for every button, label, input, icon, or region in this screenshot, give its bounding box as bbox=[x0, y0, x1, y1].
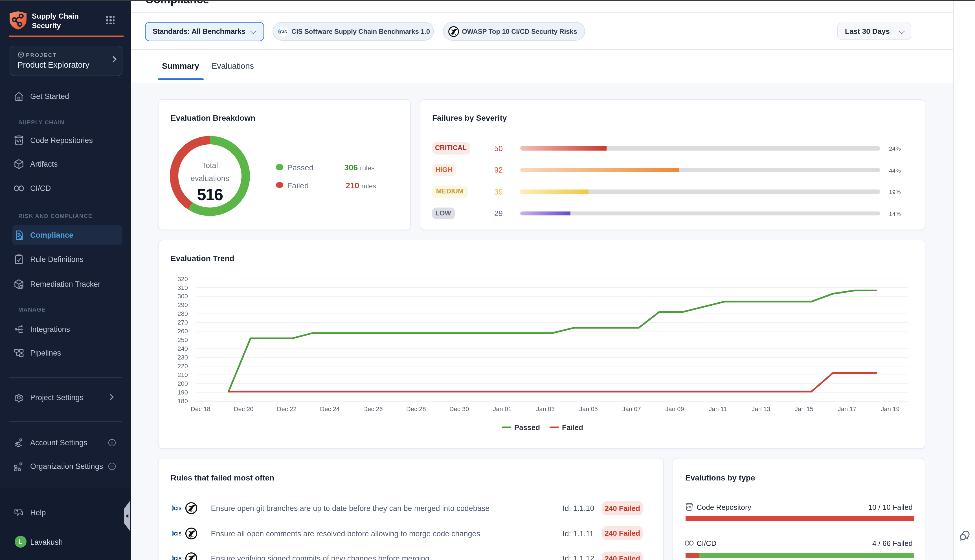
svg-text:Jan 07: Jan 07 bbox=[622, 405, 641, 412]
svg-text:280: 280 bbox=[177, 310, 188, 317]
svg-text:Jan 09: Jan 09 bbox=[666, 405, 684, 412]
svg-text:CIS: CIS bbox=[174, 506, 181, 511]
svg-text:Dec 28: Dec 28 bbox=[406, 405, 426, 412]
svg-text:Jan 17: Jan 17 bbox=[838, 405, 856, 412]
svg-text:290: 290 bbox=[177, 301, 188, 308]
svg-text:CIS: CIS bbox=[174, 556, 181, 560]
svg-text:Jan 15: Jan 15 bbox=[795, 405, 813, 412]
svg-text:Dec 26: Dec 26 bbox=[363, 405, 383, 412]
svg-text:220: 220 bbox=[177, 362, 188, 369]
svg-text:270: 270 bbox=[177, 318, 188, 326]
svg-text:300: 300 bbox=[177, 292, 188, 300]
svg-text:310: 310 bbox=[177, 284, 188, 291]
svg-text:Jan 19: Jan 19 bbox=[881, 405, 900, 412]
svg-text:230: 230 bbox=[177, 353, 188, 361]
svg-text:Jan 13: Jan 13 bbox=[751, 405, 770, 412]
svg-text:Dec 20: Dec 20 bbox=[234, 405, 254, 412]
svg-text:210: 210 bbox=[177, 371, 188, 378]
svg-text:250: 250 bbox=[177, 336, 188, 343]
svg-text:Jan 03: Jan 03 bbox=[536, 405, 555, 412]
svg-text:Failed: Failed bbox=[562, 423, 583, 432]
svg-text:Dec 24: Dec 24 bbox=[320, 405, 340, 412]
svg-text:260: 260 bbox=[177, 327, 188, 334]
svg-text:Passed: Passed bbox=[514, 423, 540, 432]
svg-text:Dec 18: Dec 18 bbox=[191, 405, 210, 412]
svg-text:240: 240 bbox=[177, 345, 188, 352]
svg-text:190: 190 bbox=[177, 388, 188, 396]
svg-text:Jan 05: Jan 05 bbox=[579, 405, 598, 412]
svg-text:Jan 01: Jan 01 bbox=[493, 405, 511, 412]
svg-text:?: ? bbox=[16, 509, 18, 513]
svg-text:CIS: CIS bbox=[174, 531, 181, 536]
svg-text:Jan 11: Jan 11 bbox=[709, 405, 727, 412]
svg-text:180: 180 bbox=[177, 397, 188, 404]
svg-text:CIS: CIS bbox=[280, 29, 287, 34]
svg-text:Dec 22: Dec 22 bbox=[277, 405, 297, 412]
svg-text:320: 320 bbox=[177, 275, 188, 282]
svg-text:Dec 30: Dec 30 bbox=[449, 405, 469, 412]
svg-text:200: 200 bbox=[177, 380, 188, 387]
